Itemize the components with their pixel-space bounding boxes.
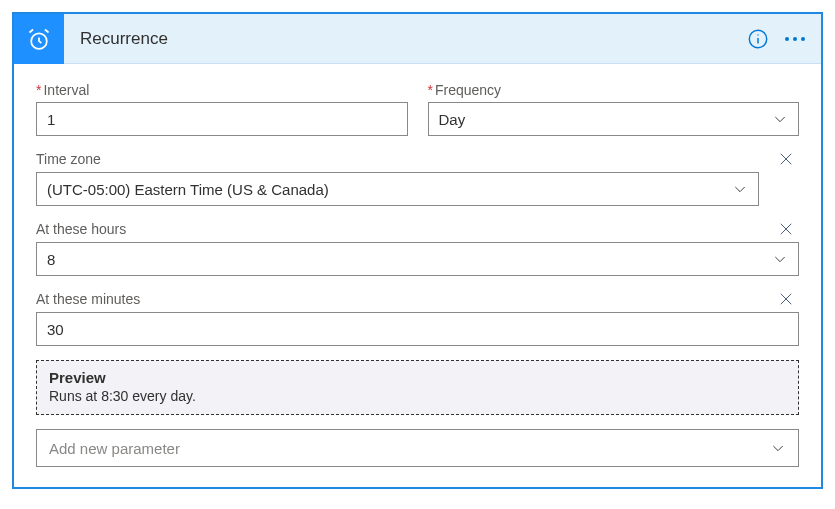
minutes-label: At these minutes [36, 291, 140, 307]
frequency-value: Day [439, 111, 466, 128]
info-icon[interactable] [747, 28, 769, 50]
timezone-select[interactable]: (UTC-05:00) Eastern Time (US & Canada) [36, 172, 759, 206]
header-actions [747, 28, 821, 50]
interval-value: 1 [47, 111, 55, 128]
timezone-value: (UTC-05:00) Eastern Time (US & Canada) [47, 181, 329, 198]
svg-point-3 [757, 34, 758, 35]
chevron-down-icon [770, 440, 786, 456]
interval-input[interactable]: 1 [36, 102, 408, 136]
hours-select[interactable]: 8 [36, 242, 799, 276]
hours-value: 8 [47, 251, 55, 268]
card-title: Recurrence [64, 29, 747, 49]
remove-minutes-icon[interactable] [777, 290, 795, 308]
timezone-label: Time zone [36, 151, 101, 167]
add-parameter-select[interactable]: Add new parameter [36, 429, 799, 467]
minutes-input[interactable]: 30 [36, 312, 799, 346]
add-parameter-placeholder: Add new parameter [49, 440, 180, 457]
minutes-value: 30 [47, 321, 64, 338]
preview-box: Preview Runs at 8:30 every day. [36, 360, 799, 415]
chevron-down-icon [732, 181, 748, 197]
hours-label: At these hours [36, 221, 126, 237]
chevron-down-icon [772, 251, 788, 267]
card-body: *Interval 1 *Frequency Day Time zone (UT… [14, 64, 821, 487]
interval-label: *Interval [36, 82, 408, 98]
remove-hours-icon[interactable] [777, 220, 795, 238]
chevron-down-icon [772, 111, 788, 127]
clock-icon [14, 14, 64, 64]
frequency-select[interactable]: Day [428, 102, 800, 136]
frequency-label: *Frequency [428, 82, 800, 98]
recurrence-card: Recurrence *Interval 1 *Frequency [12, 12, 823, 489]
preview-text: Runs at 8:30 every day. [49, 388, 786, 404]
more-menu-icon[interactable] [785, 37, 805, 41]
card-header: Recurrence [14, 14, 821, 64]
remove-timezone-icon[interactable] [777, 150, 795, 168]
preview-title: Preview [49, 369, 786, 386]
